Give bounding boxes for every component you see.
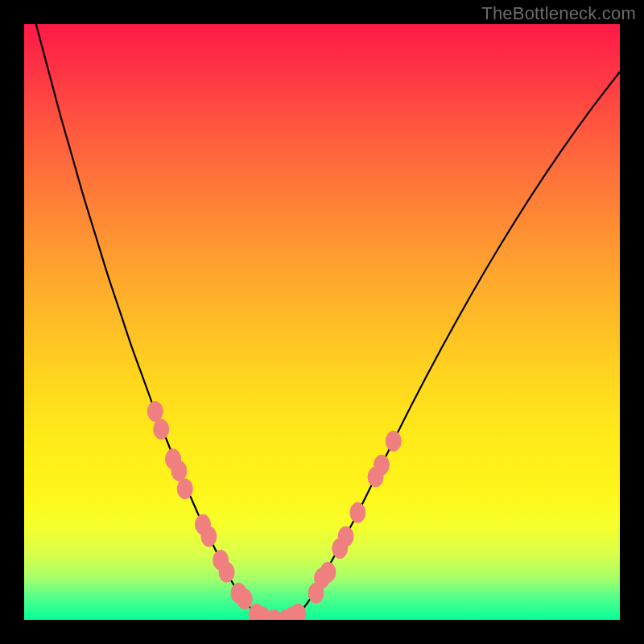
curve-marker <box>386 431 401 452</box>
curve-marker <box>374 455 390 475</box>
curve-marker <box>350 502 365 522</box>
bottleneck-curve <box>24 24 620 620</box>
curve-marker <box>237 589 252 609</box>
curve-marker <box>320 562 336 582</box>
curve-marker <box>147 402 163 422</box>
curve-marker <box>291 604 306 620</box>
plot-area <box>24 24 620 620</box>
chart-svg <box>24 24 620 620</box>
outer-frame: TheBottleneck.com <box>0 0 644 644</box>
curve-marker <box>219 562 234 582</box>
watermark-text: TheBottleneck.com <box>481 3 636 24</box>
curve-marker <box>154 419 169 440</box>
curve-marker <box>171 461 187 481</box>
curve-marker <box>338 526 353 547</box>
curve-marker <box>201 526 217 547</box>
curve-markers <box>147 402 401 621</box>
curve-marker <box>177 479 192 499</box>
